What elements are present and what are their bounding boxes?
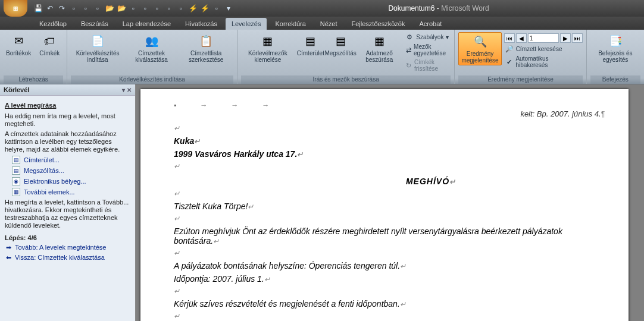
doc-paragraph: Kérjük szíves részvételét és megjelenésé… bbox=[174, 299, 605, 309]
cimzettek-kivalasztasa-button[interactable]: 👥Címzettek kiválasztása bbox=[127, 32, 176, 64]
insertfield-icon: ▦ bbox=[371, 33, 387, 49]
wizard-next-button[interactable]: ➡Tovább: A levelek megtekintése bbox=[6, 244, 130, 251]
link-elektronikus-belyeg[interactable]: ◉Elektronikus bélyeg... bbox=[12, 177, 130, 185]
adatmezo-beszurasa-button[interactable]: ▦Adatmező beszúrása bbox=[357, 32, 402, 64]
envelope-icon: ✉ bbox=[10, 33, 27, 49]
step-indicator: Lépés: 4/6 bbox=[5, 234, 130, 241]
quick-access-toolbar: 💾 ↶ ↷ ▫ ▫ ▫ 📂 📂 ▫ ▫ ▫ ▫ ▫ ⚡ ⚡ ▫ ▾ bbox=[31, 4, 233, 13]
new-icon[interactable]: ▫ bbox=[93, 4, 102, 13]
doc-date: kelt: Bp. 2007. június 4.¶ bbox=[174, 109, 605, 118]
ribbon-tabs: Kezdőlap Beszúrás Lap elrendezése Hivatk… bbox=[0, 17, 644, 30]
save-icon[interactable]: 💾 bbox=[33, 4, 43, 13]
check-icon: ✔ bbox=[505, 58, 514, 66]
tab-nezet[interactable]: Nézet bbox=[314, 18, 343, 30]
tab-korrektura[interactable]: Korrektúra bbox=[269, 18, 311, 30]
first-record-button[interactable]: ⏮ bbox=[504, 33, 515, 43]
document-area[interactable]: ▪→→→ kelt: Bp. 2007. június 4.¶ ↵ Kuka↵ … bbox=[136, 84, 644, 321]
undo-icon[interactable]: ↶ bbox=[45, 4, 55, 13]
group-eredmeny: 🔍Eredmény megjelenítése ⏮ ◀ ▶ ⏭ 🔎Címzett… bbox=[455, 30, 586, 84]
qat-icon[interactable]: ▫ bbox=[81, 4, 90, 13]
arrow-left-icon: ⬅ bbox=[6, 254, 11, 262]
qat-icon[interactable]: ▫ bbox=[140, 4, 150, 13]
cimzett-keresese-button[interactable]: 🔎Címzett keresése bbox=[504, 44, 583, 54]
link-cimterulet[interactable]: ▤Címterület... bbox=[12, 156, 130, 164]
group-label: Eredmény megjelenítése bbox=[458, 75, 582, 84]
doc-icon: ▤ bbox=[12, 156, 20, 164]
search-icon: 🔎 bbox=[505, 45, 514, 53]
task-pane: Körlevél ▾ ✕ A levél megírása Ha eddig n… bbox=[0, 84, 136, 321]
qat-icon[interactable]: ▫ bbox=[212, 4, 221, 13]
last-record-button[interactable]: ⏭ bbox=[572, 33, 583, 43]
eredmeny-megjelenitese-button[interactable]: 🔍Eredmény megjelenítése bbox=[458, 32, 501, 65]
editlist-icon: 📋 bbox=[198, 33, 214, 49]
automatikus-hibakereses-button[interactable]: ✔Automatikus hibakeresés bbox=[504, 55, 583, 69]
tab-hivatkozas[interactable]: Hivatkozás bbox=[179, 18, 223, 30]
korlevelmezok-kiemelese-button[interactable]: ▦Körlevélmezők kiemelése bbox=[241, 32, 295, 64]
cimterulet-button[interactable]: ▤Címterület bbox=[297, 32, 324, 58]
szabalyok-button[interactable]: ⚙Szabályok ▾ bbox=[404, 32, 451, 42]
qat-icon[interactable]: ▫ bbox=[129, 4, 138, 13]
qat-icon[interactable]: ▫ bbox=[152, 4, 162, 13]
doc-paragraph: Ezúton meghívjuk Önt az érdeklődők részé… bbox=[174, 226, 605, 246]
doc-paragraph: A pályázatok bontásának helyszíne: Ópere… bbox=[174, 261, 605, 270]
group-iras-mezok: ▦Körlevélmezők kiemelése ▤Címterület ▤Me… bbox=[237, 30, 455, 84]
record-number-input[interactable] bbox=[528, 33, 559, 43]
address-icon: ▤ bbox=[302, 33, 319, 49]
open-icon[interactable]: 📂 bbox=[117, 4, 126, 13]
doc-greeting: Tisztelt Kuka Törpe!↵ bbox=[174, 202, 605, 211]
next-record-button[interactable]: ▶ bbox=[560, 33, 571, 43]
link-megszolitas[interactable]: ▤Megszólítás... bbox=[12, 166, 130, 175]
qat-icon[interactable]: ▫ bbox=[176, 4, 186, 13]
tab-beszuras[interactable]: Beszúrás bbox=[75, 18, 114, 30]
record-navigator: ⏮ ◀ ▶ ⏭ bbox=[504, 33, 583, 43]
cimkek-frissitese-button[interactable]: ↻Címkék frissítése bbox=[404, 58, 451, 73]
tab-levelezes[interactable]: Levelezés bbox=[226, 18, 267, 30]
document-page[interactable]: ▪→→→ kelt: Bp. 2007. június 4.¶ ↵ Kuka↵ … bbox=[140, 89, 629, 321]
task-pane-close-icon[interactable]: ✕ bbox=[127, 87, 132, 93]
more-icon: ▦ bbox=[12, 188, 20, 196]
qat-icon[interactable]: ▫ bbox=[164, 4, 174, 13]
doc-recipient-address: 1999 Vasváros Harkály utca 17.↵ bbox=[174, 149, 605, 159]
arrow-right-icon: ➡ bbox=[6, 244, 11, 251]
group-letrehozas: ✉Borítékok 🏷Címkék Létrehozás bbox=[0, 30, 67, 84]
task-pane-menu-icon[interactable]: ▾ bbox=[122, 87, 125, 93]
qat-icon[interactable]: ▫ bbox=[69, 4, 79, 13]
cimkek-button[interactable]: 🏷Címkék bbox=[36, 32, 63, 58]
doc-paragraph: Időpontja: 2007. július 1.↵ bbox=[174, 274, 605, 284]
cimzettlista-szerkesztese-button[interactable]: 📋Címzettlista szerkesztése bbox=[179, 32, 233, 64]
megszolitas-button[interactable]: ▤Megszólítás bbox=[327, 32, 355, 58]
refresh-icon: ↻ bbox=[405, 61, 412, 70]
tab-acrobat[interactable]: Acrobat bbox=[413, 18, 448, 30]
tab-kezdolap[interactable]: Kezdőlap bbox=[33, 18, 73, 30]
korlevelkeszites-inditasa-button[interactable]: 📄Körlevélkészítés indítása bbox=[71, 32, 124, 64]
mailmerge-icon: 📄 bbox=[89, 33, 106, 49]
group-label: Befejezés bbox=[590, 75, 640, 84]
redo-icon[interactable]: ↷ bbox=[57, 4, 67, 13]
task-pane-text: A címzettek adatainak hozzáadásához katt… bbox=[5, 130, 130, 153]
boritekok-button[interactable]: ✉Borítékok bbox=[4, 32, 33, 58]
workspace: Körlevél ▾ ✕ A levél megírása Ha eddig n… bbox=[0, 84, 644, 321]
recipients-icon: 👥 bbox=[143, 33, 160, 49]
prev-record-button[interactable]: ◀ bbox=[516, 33, 527, 43]
tab-lap-elrendezese[interactable]: Lap elrendezése bbox=[117, 18, 177, 30]
qat-icon[interactable]: ⚡ bbox=[200, 4, 210, 13]
qat-more-icon[interactable]: ▾ bbox=[224, 4, 233, 13]
window-title: Dokumentum6 - Microsoft Word bbox=[233, 4, 644, 12]
link-tovabbi-elemek[interactable]: ▦További elemek... bbox=[12, 188, 130, 196]
open-icon[interactable]: 📂 bbox=[105, 4, 114, 13]
office-button[interactable]: ⊞ bbox=[4, 0, 27, 17]
group-befejezes: 📑Befejezés és egyesítés Befejezés bbox=[587, 30, 644, 84]
task-pane-text: Ha eddig nem írta meg a levelet, most me… bbox=[5, 112, 130, 128]
doc-icon: ▤ bbox=[12, 166, 20, 175]
rules-icon: ⚙ bbox=[405, 33, 414, 41]
title-bar: ⊞ 💾 ↶ ↷ ▫ ▫ ▫ 📂 📂 ▫ ▫ ▫ ▫ ▫ ⚡ ⚡ ▫ ▾ Doku… bbox=[0, 0, 644, 17]
mezok-egyeztetese-button[interactable]: ⇄Mezők egyeztetése bbox=[404, 43, 451, 57]
highlight-icon: ▦ bbox=[260, 33, 276, 49]
befejezes-egyesites-button[interactable]: 📑Befejezés és egyesítés bbox=[590, 32, 640, 64]
wizard-back-button[interactable]: ⬅Vissza: Címzettek kiválasztása bbox=[6, 254, 130, 262]
task-pane-title: Körlevél ▾ ✕ bbox=[0, 84, 135, 96]
qat-icon[interactable]: ⚡ bbox=[188, 4, 198, 13]
tab-fejlesztoeszkozok[interactable]: Fejlesztőeszközök bbox=[346, 18, 411, 30]
doc-title: MEGHÍVÓ↵ bbox=[257, 177, 605, 186]
group-label: Körlevélkészítés indítása bbox=[71, 75, 233, 84]
